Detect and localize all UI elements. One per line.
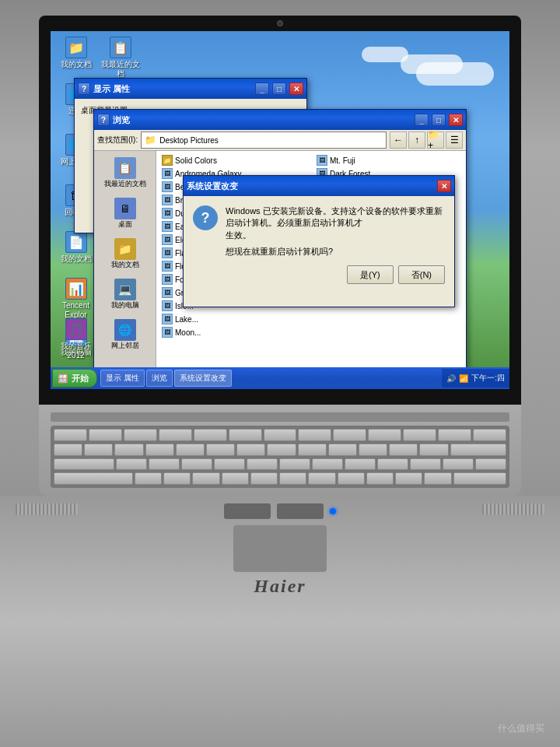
browse-minimize-btn[interactable]: _ [415, 114, 429, 126]
browse-maximize-btn[interactable]: □ [432, 114, 446, 126]
key-f12[interactable] [473, 429, 506, 441]
display-props-help-btn[interactable]: ? [78, 82, 90, 95]
key-f11[interactable] [438, 429, 471, 441]
no-button[interactable]: 否(N) [398, 265, 445, 284]
key-1[interactable] [84, 444, 113, 456]
image-icon: 🖼 [162, 181, 173, 192]
key-y[interactable] [279, 458, 310, 471]
key-equals[interactable] [419, 444, 448, 456]
taskbar-item-browse[interactable]: 浏览 [146, 370, 173, 387]
system-dialog-close-btn[interactable]: ✕ [437, 180, 451, 192]
desktop-icon-tencent[interactable]: 📊 TencentExplor [54, 276, 97, 321]
key-caps[interactable] [54, 472, 133, 485]
sidebar-desktop-label: 桌面 [118, 221, 132, 229]
key-2[interactable] [114, 444, 143, 456]
browse-new-folder-btn[interactable]: 📁+ [427, 132, 444, 149]
key-u[interactable] [312, 458, 343, 471]
key-r[interactable] [214, 458, 245, 471]
key-esc[interactable] [54, 429, 87, 441]
sidebar-item-mycomputer[interactable]: 💻 我的电脑 [96, 275, 154, 313]
browse-location-input[interactable]: 📁 Desktop Pictures [141, 132, 387, 149]
key-f5[interactable] [229, 429, 262, 441]
touchpad-button-left[interactable] [224, 503, 271, 519]
taskbar-item-display-props[interactable]: 显示 属性 [100, 370, 145, 387]
key-5[interactable] [206, 444, 235, 456]
file-item-moon[interactable]: 🖼 Moon... [159, 326, 308, 338]
touchpad[interactable] [233, 525, 327, 572]
browse-up-btn[interactable]: ↑ [408, 132, 425, 149]
taskbar-item-system[interactable]: 系统设置改变 [174, 370, 232, 387]
key-l[interactable] [366, 472, 394, 485]
key-p[interactable] [410, 458, 441, 471]
key-i[interactable] [345, 458, 376, 471]
file-item-mt-fuji[interactable]: 🖼 Mt. Fuji [314, 154, 463, 167]
key-bracket-close[interactable] [475, 458, 506, 471]
sidebar-item-network[interactable]: 🌐 网上邻居 [96, 316, 154, 353]
sidebar-item-recent[interactable]: 📋 我最近的文档 [96, 154, 154, 191]
desktop-icon-my-documents[interactable]: 📁 我的文档 [54, 35, 97, 71]
key-f2[interactable] [124, 429, 157, 441]
key-f1[interactable] [89, 429, 122, 441]
sidebar-item-mydocs[interactable]: 📁 我的文档 [96, 235, 154, 272]
desktop-icon-mydocs2[interactable]: 📄 我的文档 [54, 230, 97, 265]
key-t[interactable] [247, 458, 278, 471]
key-4[interactable] [176, 444, 205, 456]
key-q[interactable] [116, 458, 147, 471]
start-button[interactable]: 🪟 开始 [52, 369, 97, 388]
laptop-base: Haier [0, 496, 560, 747]
file-name-solid-colors: Solid Colors [175, 156, 217, 165]
file-item-solid-colors[interactable]: 📁 Solid Colors [159, 154, 308, 167]
key-f9[interactable] [368, 429, 401, 441]
key-semicolon[interactable] [395, 472, 422, 485]
key-6[interactable] [236, 444, 265, 456]
browse-close-btn[interactable]: ✕ [449, 114, 463, 126]
key-k[interactable] [338, 472, 365, 485]
key-f4[interactable] [194, 429, 227, 441]
key-f3[interactable] [159, 429, 192, 441]
file-item-lake[interactable]: 🖼 Lake... [159, 313, 308, 325]
desktop-icon-music[interactable]: 🎵 我的音乐2012 [54, 317, 97, 362]
key-enter[interactable] [453, 472, 507, 485]
key-f10[interactable] [403, 429, 436, 441]
myrecent-label: 我最近的文档 [100, 60, 140, 79]
browse-views-btn[interactable]: ☰ [446, 132, 463, 149]
key-7[interactable] [267, 444, 296, 456]
key-e[interactable] [181, 458, 212, 471]
key-w[interactable] [149, 458, 180, 471]
key-f6[interactable] [264, 429, 297, 441]
browse-back-btn[interactable]: ← [390, 132, 407, 149]
key-a[interactable] [135, 472, 162, 485]
touchpad-button-right[interactable] [277, 503, 324, 519]
key-3[interactable] [145, 444, 174, 456]
key-minus[interactable] [389, 444, 418, 456]
file-name-mt-fuji: Mt. Fuji [330, 156, 355, 165]
key-f7[interactable] [298, 429, 331, 441]
desktop-icon-myrecent[interactable]: 📋 我最近的文档 [99, 35, 142, 80]
key-h[interactable] [279, 472, 306, 485]
key-j[interactable] [308, 472, 335, 485]
key-g[interactable] [250, 472, 278, 485]
key-d[interactable] [192, 472, 219, 485]
key-quote[interactable] [424, 472, 451, 485]
key-o[interactable] [377, 458, 408, 471]
display-props-maximize-btn[interactable]: □ [272, 82, 286, 95]
key-tilde[interactable] [54, 444, 82, 456]
key-backspace[interactable] [450, 444, 506, 456]
key-9[interactable] [328, 444, 357, 456]
key-bracket-open[interactable] [443, 458, 474, 471]
key-0[interactable] [359, 444, 387, 456]
display-props-titlebar: ? 显示 属性 _ □ ✕ [75, 79, 306, 99]
cloud-2 [362, 47, 408, 62]
sidebar-item-desktop[interactable]: 🖥 桌面 [96, 195, 154, 232]
yes-button[interactable]: 是(Y) [347, 265, 394, 284]
key-f[interactable] [222, 472, 249, 485]
system-dialog-buttons: 是(Y) 否(N) [193, 265, 445, 284]
key-f8[interactable] [333, 429, 366, 441]
key-tab[interactable] [54, 458, 114, 471]
display-props-minimize-btn[interactable]: _ [255, 82, 269, 95]
display-props-close-btn[interactable]: ✕ [289, 82, 303, 95]
key-s[interactable] [163, 472, 191, 485]
volume-tray-icon: 📶 [459, 374, 468, 383]
browse-help-btn[interactable]: ? [97, 114, 110, 126]
key-8[interactable] [298, 444, 327, 456]
